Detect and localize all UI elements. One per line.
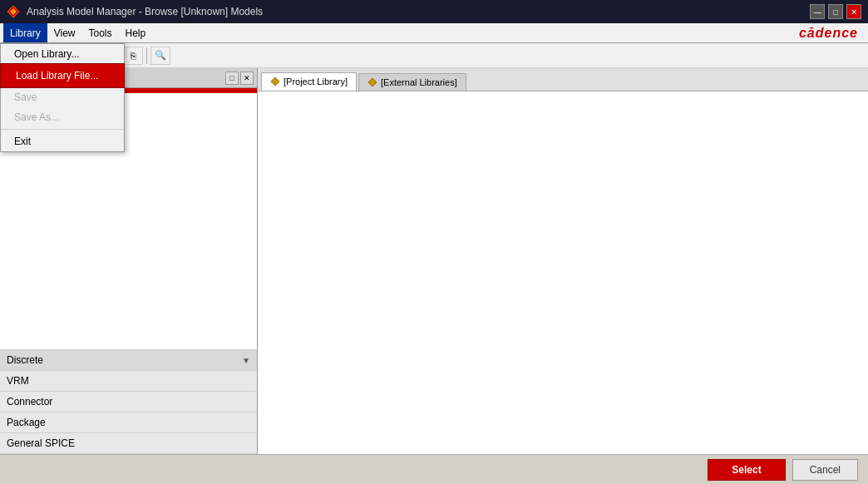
- app-icon: [7, 5, 20, 18]
- toolbar-separator-3: [146, 47, 147, 64]
- category-item-discrete[interactable]: Discrete ▼: [0, 350, 257, 371]
- menu-load-library-file[interactable]: Load Library File...: [1, 64, 124, 87]
- menu-save: Save: [1, 87, 124, 107]
- toolbar-search-button[interactable]: 🔍: [150, 47, 170, 65]
- title-bar-controls: — □ ✕: [810, 4, 861, 19]
- panel-controls: □ ✕: [225, 72, 254, 85]
- category-vrm-label: VRM: [7, 375, 29, 387]
- toolbar: 📄 ⊞ ✂ ✕ ▦ ⎘ 🔍: [0, 43, 868, 68]
- cancel-button[interactable]: Cancel: [792, 459, 858, 481]
- tab-external-libraries-label: [External Libraries]: [381, 77, 457, 87]
- panel-restore-button[interactable]: □: [225, 72, 239, 85]
- cadence-logo: cādence: [799, 26, 865, 41]
- category-general-spice-label: General SPICE: [7, 437, 75, 449]
- minimize-button[interactable]: —: [810, 4, 825, 19]
- title-bar: Analysis Model Manager - Browse [Unknown…: [0, 0, 868, 23]
- search-icon: 🔍: [155, 50, 166, 61]
- menu-item-view[interactable]: View: [47, 23, 82, 42]
- tab-project-library-label: [Project Library]: [284, 77, 348, 86]
- right-panel-content: [258, 91, 868, 454]
- menu-save-as: Save As...: [1, 107, 124, 127]
- svg-marker-2: [271, 77, 279, 86]
- diamond-project-icon: [270, 77, 280, 86]
- menu-item-library[interactable]: Library: [3, 23, 47, 42]
- diamond-external-icon: [367, 77, 377, 87]
- main-content: □ ✕ Discrete ▼ VRM Connector Package: [0, 68, 868, 454]
- chevron-down-icon: ▼: [242, 356, 250, 365]
- close-button[interactable]: ✕: [846, 4, 861, 19]
- maximize-button[interactable]: □: [828, 4, 843, 19]
- bottom-bar: Select Cancel: [0, 454, 868, 484]
- window-title: Analysis Model Manager - Browse [Unknown…: [27, 6, 263, 17]
- category-package-label: Package: [7, 417, 46, 428]
- panel-close-button[interactable]: ✕: [240, 72, 254, 85]
- menu-open-library[interactable]: Open Library...: [1, 44, 124, 64]
- category-list: Discrete ▼ VRM Connector Package General…: [0, 350, 257, 454]
- copy-icon: ⎘: [131, 51, 136, 61]
- category-item-vrm[interactable]: VRM: [0, 371, 257, 392]
- menu-exit[interactable]: Exit: [1, 131, 124, 151]
- tabs-bar: [Project Library] [External Libraries]: [258, 68, 868, 91]
- category-connector-label: Connector: [7, 396, 52, 407]
- category-item-general-spice[interactable]: General SPICE: [0, 433, 257, 454]
- tab-external-libraries[interactable]: [External Libraries]: [358, 73, 466, 91]
- menu-item-tools[interactable]: Tools: [81, 23, 118, 42]
- select-button[interactable]: Select: [708, 459, 785, 481]
- library-dropdown-menu: Open Library... Load Library File... Sav…: [0, 43, 125, 152]
- category-item-connector[interactable]: Connector: [0, 392, 257, 412]
- right-panel: [Project Library] [External Libraries]: [258, 68, 868, 454]
- menu-item-help[interactable]: Help: [119, 23, 153, 42]
- menu-separator: [1, 129, 124, 130]
- category-discrete-label: Discrete: [7, 354, 43, 366]
- title-bar-left: Analysis Model Manager - Browse [Unknown…: [7, 5, 263, 18]
- toolbar-copy-button[interactable]: ⎘: [123, 47, 143, 65]
- svg-marker-3: [368, 78, 377, 86]
- tab-project-library[interactable]: [Project Library]: [261, 72, 357, 91]
- menu-bar: Library View Tools Help Open Library... …: [0, 23, 868, 43]
- category-item-package[interactable]: Package: [0, 412, 257, 433]
